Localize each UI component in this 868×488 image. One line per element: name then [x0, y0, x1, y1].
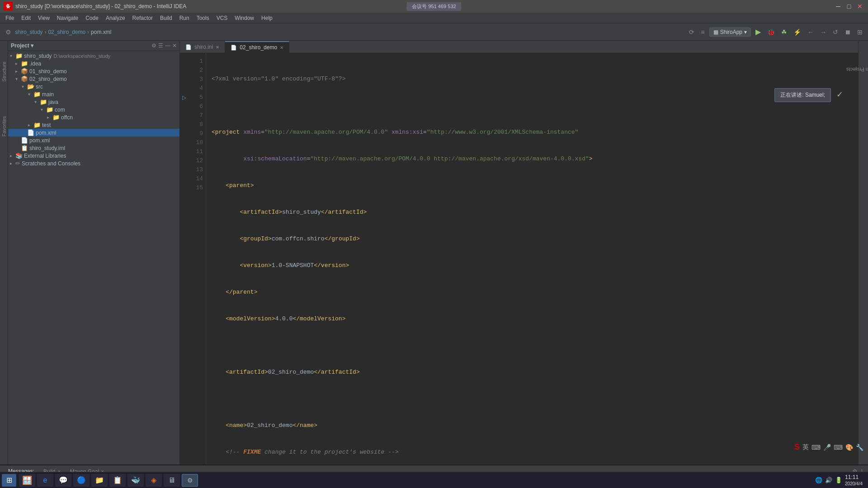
left-tab-favorites[interactable]: Favorites: [0, 113, 8, 139]
ln-6: 6: [188, 102, 203, 111]
titlebar: 备 shiro_study [D:\workspace\shiro_study]…: [0, 0, 868, 13]
menu-run[interactable]: Run: [176, 14, 193, 22]
taskbar-app3[interactable]: 🖥: [164, 474, 180, 487]
tree-pom-xml-selected[interactable]: 📄 pom.xml: [8, 129, 179, 136]
taskbar-app2[interactable]: ◈: [146, 474, 162, 487]
taskbar-intellij[interactable]: ⚙: [182, 474, 198, 487]
menu-code[interactable]: Code: [82, 14, 102, 22]
fold-icon[interactable]: ▷: [182, 94, 186, 101]
window-controls[interactable]: ─ □ ✕: [834, 3, 864, 10]
project-collapse-icon[interactable]: —: [165, 42, 170, 49]
run-config-selector[interactable]: ▦ ShiroApp ▾: [709, 28, 751, 37]
tree-arrow-offcn: ▸: [47, 115, 52, 120]
toolbar-sync-icon[interactable]: ⟳: [687, 28, 696, 37]
maven-projects-tab[interactable]: Maven Projects: [844, 66, 868, 73]
toolbar-settings-icon[interactable]: ≡: [699, 28, 706, 37]
stop-button[interactable]: ⏹: [843, 28, 853, 37]
taskbar-explorer[interactable]: 📁: [91, 474, 108, 487]
menu-window[interactable]: Window: [231, 14, 258, 22]
close-button[interactable]: ✕: [855, 3, 864, 10]
menu-view[interactable]: View: [34, 14, 53, 22]
code-editor: ▷ 1 2 3 4 5 6 7 8 9 10 11 12 13 14 15: [180, 53, 858, 465]
taskbar-chrome[interactable]: 🔵: [73, 474, 90, 487]
tree-arrow-com: ▾: [41, 107, 46, 112]
back-button[interactable]: ←: [806, 28, 816, 37]
tray-volume-icon[interactable]: 🔊: [825, 477, 832, 483]
project-gear-icon[interactable]: ⚙: [151, 42, 156, 49]
menu-analyze[interactable]: Analyze: [102, 14, 129, 22]
tree-pom-xml-name: pom.xml: [36, 130, 56, 136]
tree-src[interactable]: ▾ 📂 src: [8, 83, 179, 90]
menu-file[interactable]: File: [2, 14, 18, 22]
taskbar-windows[interactable]: 🪟: [19, 474, 35, 487]
tree-02-demo[interactable]: ▾ 📦 02_shiro_demo: [8, 75, 179, 83]
tree-main[interactable]: ▾ 📁 main: [8, 90, 179, 98]
revert-button[interactable]: ↺: [831, 28, 840, 37]
tab-shiro-ini[interactable]: 📄 shiro.ini ✕: [180, 41, 225, 53]
tree-root[interactable]: ▾ 📁 shiro_study D:\workspace\shiro_study: [8, 52, 179, 60]
menu-vcs[interactable]: VCS: [213, 14, 231, 22]
run-button[interactable]: ▶: [754, 27, 763, 37]
minimize-button[interactable]: ─: [834, 3, 843, 10]
ln-9: 9: [188, 129, 203, 138]
tree-offcn[interactable]: ▸ 📁 offcn: [8, 113, 179, 121]
forward-button[interactable]: →: [818, 28, 828, 37]
tab-pom-xml[interactable]: 📄 02_shiro_demo ✕: [225, 41, 289, 53]
tab-ini-close[interactable]: ✕: [216, 45, 219, 50]
breadcrumb-root[interactable]: shiro_study: [15, 29, 42, 35]
maximize-button[interactable]: □: [844, 3, 854, 10]
left-tab-structure[interactable]: Structure: [0, 59, 8, 84]
menu-refactor[interactable]: Refactor: [129, 14, 156, 22]
menu-build[interactable]: Build: [156, 14, 176, 22]
gutter-1: [180, 57, 188, 66]
debug-button[interactable]: 🐞: [765, 28, 777, 37]
project-layout-icon[interactable]: ☰: [158, 42, 163, 49]
menu-tools[interactable]: Tools: [193, 14, 213, 22]
taskbar-wechat[interactable]: 💬: [55, 474, 71, 487]
menu-edit[interactable]: Edit: [18, 14, 34, 22]
ln-13: 13: [188, 165, 203, 174]
start-button[interactable]: ⊞: [2, 474, 16, 487]
tree-com[interactable]: ▾ 📁 com: [8, 106, 179, 113]
code-content[interactable]: <?xml version="1.0" encoding="UTF-8"?> <…: [206, 53, 858, 465]
right-sidebar: Maven Projects: [858, 41, 868, 465]
left-tabs: Structure Favorites: [0, 41, 8, 465]
tree-root-path: D:\workspace\shiro_study: [53, 53, 110, 59]
gutter-5: ▷: [180, 93, 188, 102]
taskbar-docker[interactable]: 🐳: [127, 474, 144, 487]
project-close-icon[interactable]: ✕: [172, 42, 177, 49]
lang-icon: 英: [802, 443, 809, 451]
tree-iml[interactable]: 📋 shiro_study.iml: [8, 144, 179, 152]
tray-battery-icon[interactable]: 🔋: [835, 477, 842, 483]
code-line-13: [212, 394, 853, 404]
coverage-button[interactable]: ☘: [779, 28, 789, 37]
sogou-icon: S: [794, 442, 800, 452]
profile-button[interactable]: ⚡: [792, 28, 803, 37]
layout-button[interactable]: ⊞: [855, 28, 864, 37]
tab-pom-close[interactable]: ✕: [280, 45, 283, 50]
menu-navigate[interactable]: Navigate: [53, 14, 82, 22]
taskbar-ie[interactable]: e: [37, 474, 53, 487]
tree-test[interactable]: ▸ 📁 test: [8, 121, 179, 129]
tree-idea[interactable]: ▸ 📁 .idea: [8, 60, 179, 67]
menu-help[interactable]: Help: [258, 14, 276, 22]
ln-3: 3: [188, 75, 203, 84]
code-line-6: <artifactId>shiro_study</artifactId>: [212, 208, 853, 217]
code-line-7: <groupId>com.offcn.shiro</groupId>: [212, 235, 853, 244]
offcn-folder-icon: 📁: [52, 114, 60, 121]
gutter-3: [180, 75, 188, 84]
tray-network-icon[interactable]: 🌐: [815, 477, 822, 483]
tree-pom-xml-root[interactable]: 📄 pom.xml: [8, 136, 179, 144]
tree-java[interactable]: ▾ 📁 java: [8, 98, 179, 106]
taskbar-app1[interactable]: 📋: [109, 474, 126, 487]
code-line-14: <name>02_shiro_demo</name>: [212, 421, 853, 430]
tools-icon2: 🔧: [856, 444, 863, 451]
project-structure-icon[interactable]: ⚙: [4, 28, 13, 37]
module-01-icon: 📦: [21, 68, 28, 75]
tree-scratches[interactable]: ▸ ✏ Scratches and Consoles: [8, 160, 179, 167]
tree-external-libs[interactable]: ▸ 📚 External Libraries: [8, 152, 179, 160]
project-panel-icons: ⚙ ☰ — ✕: [151, 42, 177, 49]
tray-time: 11:112020/4/4: [845, 474, 863, 487]
tree-01-demo[interactable]: ▸ 📦 01_shiro_demo: [8, 67, 179, 75]
breadcrumb-module[interactable]: 02_shiro_demo: [48, 29, 85, 35]
